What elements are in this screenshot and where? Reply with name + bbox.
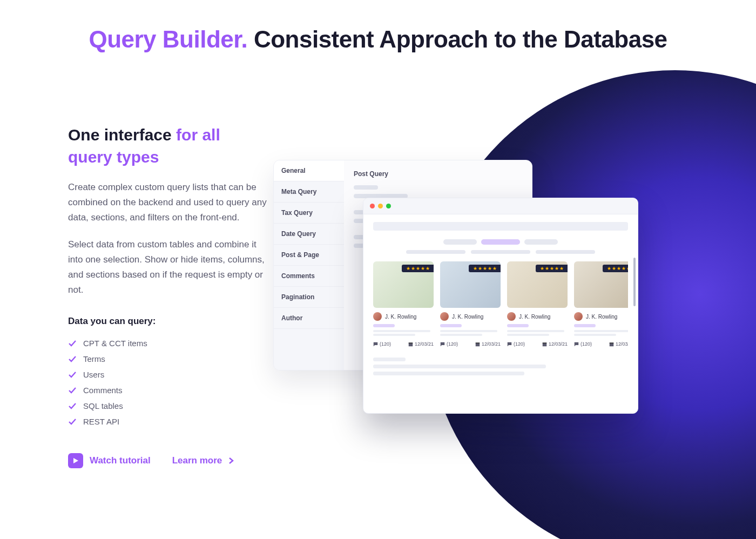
data-section-label: Data you can query: — [68, 316, 268, 327]
window-close-dot[interactable] — [370, 204, 375, 208]
skeleton-pill — [471, 250, 530, 254]
card-stats: (120) 12/03/21 — [373, 341, 434, 347]
play-icon — [68, 453, 83, 468]
svg-rect-2 — [409, 342, 413, 343]
skeleton-lines — [373, 330, 434, 336]
check-icon — [68, 339, 77, 348]
learn-more-label: Learn more — [172, 455, 222, 466]
result-card[interactable]: ★★★★★ J. K. Rowling (120) 12/03/21 — [373, 261, 434, 347]
sidebar-tab-comments[interactable]: Comments — [274, 266, 344, 287]
avatar — [373, 312, 382, 321]
sidebar-tab-pagination[interactable]: Pagination — [274, 287, 344, 308]
query-item: Comments — [68, 382, 268, 398]
window-minimize-dot[interactable] — [378, 204, 383, 208]
check-icon — [68, 402, 77, 410]
preview-browser-window: ★★★★★ J. K. Rowling (120) 12/03/21 ★★★★★ — [363, 198, 638, 414]
skeleton-tag — [440, 324, 462, 327]
author-row: J. K. Rowling — [507, 312, 568, 321]
card-thumbnail: ★★★★★ — [507, 261, 568, 308]
comments-count: (120) — [580, 341, 592, 347]
result-card[interactable]: ★★★★★ J. K. Rowling (120) 12/03/21 — [507, 261, 568, 347]
page-title-accent: Query Builder. — [89, 26, 247, 52]
chevron-right-icon — [228, 457, 234, 464]
result-card[interactable]: ★★★★★ J. K. Rowling (120) 12/03/21 — [574, 261, 628, 347]
check-icon — [68, 370, 77, 379]
comments-stat: (120) — [440, 341, 458, 347]
svg-rect-4 — [476, 342, 480, 343]
query-item: Users — [68, 367, 268, 382]
calendar-icon — [609, 342, 614, 347]
paragraph-2: Select data from custom tables and combi… — [68, 237, 268, 298]
paragraph-1: Create complex custom query lists that c… — [68, 180, 268, 225]
skeleton-tag — [507, 324, 529, 327]
calendar-icon — [542, 342, 547, 347]
filter-pill[interactable] — [524, 239, 558, 245]
skeleton-tag — [574, 324, 596, 327]
card-thumbnail: ★★★★★ — [574, 261, 628, 308]
comments-count: (120) — [447, 341, 458, 347]
date-stat: 12/03/21 — [408, 341, 434, 347]
calendar-icon — [408, 342, 413, 347]
date-value: 12/03/21 — [549, 341, 568, 347]
filter-pill[interactable] — [443, 239, 477, 245]
svg-marker-0 — [73, 458, 78, 463]
query-item-label: Comments — [83, 386, 123, 395]
comment-icon — [373, 342, 378, 347]
query-item-label: REST API — [83, 417, 119, 426]
star-rating-badge: ★★★★★ — [402, 265, 434, 272]
skeleton-pill — [536, 250, 595, 254]
filter-pill-active[interactable] — [481, 239, 520, 245]
date-stat: 12/03/21 — [542, 341, 568, 347]
check-icon — [68, 417, 77, 426]
sub-filter-row — [373, 250, 628, 254]
skeleton-lines — [507, 330, 568, 336]
sidebar-tab-author[interactable]: Author — [274, 308, 344, 329]
sub-heading-dark: One interface — [68, 126, 172, 144]
check-icon — [68, 355, 77, 363]
date-stat: 12/03/21 — [475, 341, 501, 347]
comments-count: (120) — [514, 341, 525, 347]
comments-stat: (120) — [373, 341, 391, 347]
sidebar-tab-meta-query[interactable]: Meta Query — [274, 181, 344, 203]
author-name: J. K. Rowling — [385, 314, 416, 320]
result-card[interactable]: ★★★★★ J. K. Rowling (120) 12/03/21 — [440, 261, 501, 347]
query-item: SQL tables — [68, 398, 268, 414]
author-row: J. K. Rowling — [574, 312, 628, 321]
skeleton-lines — [574, 330, 628, 336]
settings-content-title: Post Query — [354, 170, 522, 178]
filter-pill-row — [373, 239, 628, 245]
author-name: J. K. Rowling — [519, 314, 550, 320]
page-title-rest: Consistent Approach to the Database — [254, 26, 667, 52]
sidebar-tab-tax-query[interactable]: Tax Query — [274, 203, 344, 224]
window-maximize-dot[interactable] — [386, 204, 391, 208]
scrollbar[interactable] — [633, 258, 636, 306]
star-rating-badge: ★★★★★ — [469, 265, 501, 272]
author-row: J. K. Rowling — [373, 312, 434, 321]
skeleton-line — [354, 185, 378, 190]
sidebar-tab-general[interactable]: General — [274, 160, 344, 181]
comment-icon — [440, 342, 445, 347]
query-item: CPT & CCT items — [68, 335, 268, 351]
skeleton-line — [373, 372, 524, 375]
comments-stat: (120) — [574, 341, 592, 347]
settings-sidebar: General Meta Query Tax Query Date Query … — [274, 160, 344, 370]
query-item-label: Users — [83, 370, 104, 379]
browser-chrome — [363, 198, 638, 214]
comment-icon — [574, 342, 579, 347]
query-item: REST API — [68, 414, 268, 429]
card-stats: (120) 12/03/21 — [507, 341, 568, 347]
page-title: Query Builder. Consistent Approach to th… — [0, 26, 756, 53]
learn-more-button[interactable]: Learn more — [172, 455, 234, 466]
card-stats: (120) 12/03/21 — [440, 341, 501, 347]
sidebar-tab-date-query[interactable]: Date Query — [274, 224, 344, 245]
query-item-label: SQL tables — [83, 401, 123, 410]
skeleton-pill — [406, 250, 465, 254]
sidebar-tab-post-page[interactable]: Post & Page — [274, 245, 344, 266]
card-thumbnail: ★★★★★ — [373, 261, 434, 308]
skeleton-line — [373, 365, 546, 368]
avatar — [574, 312, 583, 321]
watch-tutorial-button[interactable]: Watch tutorial — [68, 453, 151, 468]
comments-count: (120) — [380, 341, 391, 347]
card-thumbnail: ★★★★★ — [440, 261, 501, 308]
author-row: J. K. Rowling — [440, 312, 501, 321]
